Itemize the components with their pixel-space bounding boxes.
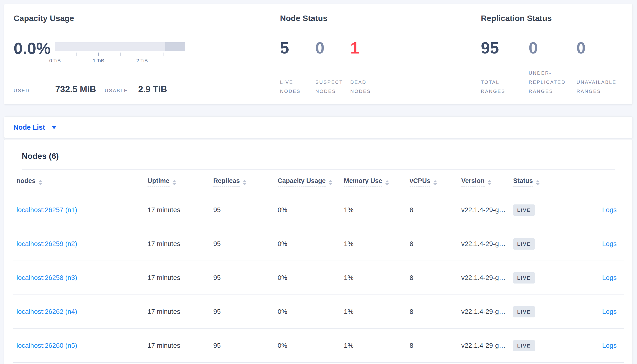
usable-label: USABLE: [105, 88, 138, 94]
logs-link[interactable]: Logs: [602, 240, 617, 248]
status-badge: LIVE: [513, 306, 535, 318]
axis-tick: [120, 52, 121, 56]
capacity-usage-cell: 0%: [278, 342, 344, 350]
unavailable-ranges-stat: 0 UNAVAILABLE RANGES: [576, 38, 624, 96]
node-status-section: Node Status 5 LIVE NODES 0 SUSPECT NODES…: [280, 14, 467, 100]
cluster-summary-card: Capacity Usage 0.0% 0 TiB 1 TiB 2 TiB US…: [4, 4, 633, 104]
column-header-capacity-usage[interactable]: Capacity Usage: [278, 177, 344, 185]
capacity-stats: USED 732.5 MiB USABLE 2.9 TiB: [14, 84, 167, 94]
capacity-bar-dark-segment: [165, 42, 185, 51]
node-link[interactable]: localhost:26260 (n5): [17, 342, 77, 349]
used-value: 732.5 MiB: [55, 84, 105, 94]
node-cell: localhost:26258 (n3): [17, 274, 148, 282]
axis-tick: [164, 52, 164, 56]
column-label: Replicas: [213, 177, 240, 187]
version-cell: v22.1.4-29-g…: [461, 206, 513, 214]
under-replicated-label: UNDER-REPLICATED RANGES: [529, 68, 573, 96]
node-status-stats: 5 LIVE NODES 0 SUSPECT NODES 1 DEAD NODE…: [280, 38, 386, 96]
axis-tick: [98, 52, 99, 56]
node-link[interactable]: localhost:26257 (n1): [17, 206, 77, 214]
replicas-cell: 95: [213, 308, 278, 316]
node-cell: localhost:26262 (n4): [17, 308, 148, 316]
axis-label: 1 TiB: [91, 58, 106, 64]
unavailable-label: UNAVAILABLE RANGES: [576, 78, 621, 96]
column-header-status[interactable]: Status: [513, 177, 582, 185]
node-link[interactable]: localhost:26259 (n2): [17, 240, 77, 248]
dead-nodes-label: DEAD NODES: [350, 78, 381, 96]
uptime-cell: 17 minutes: [148, 240, 213, 248]
nodes-table-card: Nodes (6) nodes Uptime Replicas Capacity…: [4, 139, 633, 364]
column-label: Memory Use: [344, 177, 382, 187]
column-header-vcpus[interactable]: vCPUs: [410, 177, 461, 185]
total-ranges-label: TOTAL RANGES: [481, 78, 525, 96]
column-header-uptime[interactable]: Uptime: [148, 177, 213, 185]
column-header-memory-use[interactable]: Memory Use: [344, 177, 410, 185]
usable-value: 2.9 TiB: [138, 84, 167, 94]
sort-icon: [433, 180, 437, 185]
uptime-cell: 17 minutes: [148, 274, 213, 282]
unavailable-count: 0: [576, 38, 624, 57]
column-label: Uptime: [148, 177, 170, 187]
capacity-usage-title: Capacity Usage: [14, 14, 272, 23]
memory-use-cell: 1%: [344, 308, 410, 316]
vcpus-cell: 8: [410, 342, 461, 350]
memory-use-cell: 1%: [344, 342, 410, 350]
total-ranges-stat: 95 TOTAL RANGES: [481, 38, 529, 96]
memory-use-cell: 1%: [344, 206, 410, 214]
capacity-usage-cell: 0%: [278, 308, 344, 316]
live-nodes-count: 5: [280, 38, 315, 57]
replicas-cell: 95: [213, 342, 278, 350]
uptime-cell: 17 minutes: [148, 206, 213, 214]
total-ranges-count: 95: [481, 38, 529, 57]
dead-nodes-stat: 1 DEAD NODES: [350, 38, 386, 96]
live-nodes-label: LIVE NODES: [280, 78, 310, 96]
vcpus-cell: 8: [410, 274, 461, 282]
nodes-table-header: nodes Uptime Replicas Capacity Usage Mem…: [13, 170, 624, 193]
view-dropdown[interactable]: Node List: [14, 124, 57, 131]
sort-icon: [536, 180, 540, 185]
capacity-bar: [55, 42, 185, 51]
node-link[interactable]: localhost:26262 (n4): [17, 308, 77, 315]
column-label: Version: [461, 177, 485, 187]
axis-tick: [142, 52, 142, 56]
replicas-cell: 95: [213, 240, 278, 248]
logs-link[interactable]: Logs: [602, 308, 617, 315]
axis-tick: [55, 52, 55, 56]
axis-tick: [77, 52, 77, 56]
sort-icon: [329, 180, 332, 185]
capacity-usage-cell: 0%: [278, 240, 344, 248]
node-link[interactable]: localhost:26258 (n3): [17, 274, 77, 281]
node-cell: localhost:26260 (n5): [17, 342, 148, 350]
replicas-cell: 95: [213, 206, 278, 214]
status-badge: LIVE: [513, 238, 535, 250]
status-badge: LIVE: [513, 272, 535, 284]
memory-use-cell: 1%: [344, 274, 410, 282]
logs-link[interactable]: Logs: [602, 274, 617, 281]
status-badge: LIVE: [513, 204, 535, 216]
uptime-cell: 17 minutes: [148, 342, 213, 350]
suspect-nodes-label: SUSPECT NODES: [315, 78, 346, 96]
column-header-nodes[interactable]: nodes: [17, 177, 148, 185]
live-nodes-stat: 5 LIVE NODES: [280, 38, 315, 96]
replication-status-title: Replication Status: [481, 14, 629, 23]
column-header-replicas[interactable]: Replicas: [213, 177, 278, 185]
chevron-down-icon: [51, 126, 57, 129]
nodes-table: nodes Uptime Replicas Capacity Usage Mem…: [13, 170, 624, 363]
column-header-version[interactable]: Version: [461, 177, 513, 185]
logs-link[interactable]: Logs: [602, 206, 617, 214]
node-row: localhost:26262 (n4) 17 minutes 95 0% 1%…: [13, 295, 624, 329]
under-replicated-count: 0: [529, 38, 576, 57]
sort-icon: [243, 180, 246, 185]
node-row: localhost:26260 (n5) 17 minutes 95 0% 1%…: [13, 329, 624, 363]
column-label: Capacity Usage: [278, 177, 326, 187]
column-label: nodes: [17, 177, 36, 184]
axis-label: 0 TiB: [47, 58, 63, 64]
version-cell: v22.1.4-29-g…: [461, 308, 513, 316]
node-status-title: Node Status: [280, 14, 467, 23]
logs-cell: Logs: [582, 342, 620, 350]
logs-link[interactable]: Logs: [602, 342, 617, 349]
node-cell: localhost:26259 (n2): [17, 240, 148, 248]
logs-cell: Logs: [582, 308, 620, 316]
sort-icon: [488, 180, 491, 185]
memory-use-cell: 1%: [344, 240, 410, 248]
